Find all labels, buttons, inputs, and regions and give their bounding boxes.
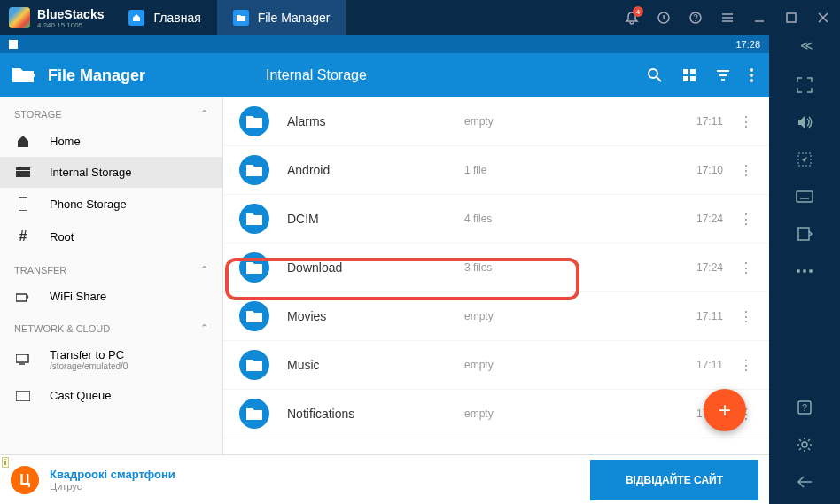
sidebar-item-root[interactable]: # Root xyxy=(0,220,222,253)
ad-subtitle: Цитрус xyxy=(50,481,175,492)
phone-icon xyxy=(14,197,32,211)
app-header-actions xyxy=(647,67,769,83)
status-indicator-icon xyxy=(9,40,18,49)
back-icon[interactable] xyxy=(795,472,814,492)
bluestacks-logo-icon xyxy=(9,7,30,28)
svg-point-9 xyxy=(750,68,753,72)
right-rail: ≪ ? xyxy=(769,35,840,504)
more-vert-icon[interactable]: ⋮ xyxy=(739,211,753,228)
folder-row[interactable]: Notifications empty 17:11 ⋮ xyxy=(223,390,769,438)
app-body: STORAGE ⌃ Home Internal Storage Phone St… xyxy=(0,97,769,469)
svg-rect-3 xyxy=(787,13,796,22)
grid-view-icon[interactable] xyxy=(682,68,696,82)
svg-point-24 xyxy=(809,269,813,273)
sidebar-item-wifi-share[interactable]: WiFi Share xyxy=(0,281,222,312)
android-statusbar: 17:28 xyxy=(0,35,769,53)
help-icon[interactable]: ? xyxy=(688,10,704,26)
folder-info: empty xyxy=(464,310,696,322)
section-storage[interactable]: STORAGE ⌃ xyxy=(0,97,222,125)
folder-list[interactable]: Alarms empty 17:11 ⋮ Android 1 file 17:1… xyxy=(223,97,769,469)
folder-name: Android xyxy=(287,163,464,177)
sidebar-item-label: Internal Storage xyxy=(50,166,132,179)
folder-row[interactable]: Alarms empty 17:11 ⋮ xyxy=(223,97,769,146)
more-vert-icon[interactable]: ⋮ xyxy=(739,357,753,374)
svg-rect-15 xyxy=(19,197,27,211)
close-icon[interactable] xyxy=(815,10,831,26)
folder-info: empty xyxy=(464,359,696,371)
tab-home[interactable]: Главная xyxy=(113,0,216,35)
folder-time: 17:11 xyxy=(696,310,723,322)
svg-point-27 xyxy=(802,442,807,447)
main-area: 17:28 File Manager Internal Storage STOR… xyxy=(0,35,769,504)
more-vert-icon[interactable]: ⋮ xyxy=(739,162,753,179)
ad-banner[interactable]: i Ц Квадроокі смартфони Цитрус ВІДВІДАЙТ… xyxy=(0,454,769,504)
more-vert-icon[interactable]: ⋮ xyxy=(739,113,753,130)
svg-rect-7 xyxy=(683,76,688,81)
sidebar-item-cast-queue[interactable]: Cast Queue xyxy=(0,380,222,411)
help-rail-icon[interactable]: ? xyxy=(795,398,814,417)
bell-icon[interactable] xyxy=(624,10,640,26)
sidebar-item-internal-storage[interactable]: Internal Storage xyxy=(0,157,222,188)
svg-rect-13 xyxy=(16,171,30,174)
keyboard-icon[interactable] xyxy=(795,187,814,206)
sidebar-item-phone-storage[interactable]: Phone Storage xyxy=(0,188,222,220)
search-icon[interactable] xyxy=(647,67,663,83)
tab-file-manager[interactable]: File Manager xyxy=(217,0,346,35)
storage-icon xyxy=(14,167,32,178)
folder-name: Download xyxy=(287,260,464,275)
sidebar-item-label: Cast Queue xyxy=(50,389,111,402)
folder-time: 17:24 xyxy=(696,261,723,274)
folder-name: Notifications xyxy=(287,407,464,421)
folder-name: DCIM xyxy=(287,212,464,226)
clock-icon[interactable] xyxy=(656,10,672,26)
section-label: TRANSFER xyxy=(14,265,66,275)
folder-icon xyxy=(239,252,269,283)
svg-rect-12 xyxy=(16,167,30,170)
ad-badge-icon: i xyxy=(2,457,9,468)
collapse-rail-icon[interactable]: ≪ xyxy=(800,38,810,52)
folder-row[interactable]: DCIM 4 files 17:24 ⋮ xyxy=(223,195,769,244)
chevron-up-icon: ⌃ xyxy=(200,322,208,334)
sidebar-item-transfer-pc[interactable]: Transfer to PC /storage/emulated/0 xyxy=(0,339,222,380)
more-vert-icon[interactable]: ⋮ xyxy=(739,308,753,325)
ad-cta-button[interactable]: ВІДВІДАЙТЕ САЙТ xyxy=(590,460,758,500)
wifi-icon xyxy=(14,291,32,302)
sidebar-item-sublabel: /storage/emulated/0 xyxy=(50,361,128,371)
folder-icon xyxy=(239,399,269,429)
section-network[interactable]: NETWORK & CLOUD ⌃ xyxy=(0,312,222,339)
pc-icon xyxy=(14,354,32,365)
chevron-up-icon: ⌃ xyxy=(200,108,208,120)
folder-row[interactable]: Android 1 file 17:10 ⋮ xyxy=(223,146,769,195)
fab-add-button[interactable]: + xyxy=(704,389,746,431)
folder-tab-icon xyxy=(233,10,249,26)
maximize-icon[interactable] xyxy=(783,10,799,26)
svg-text:?: ? xyxy=(693,13,698,23)
folder-row[interactable]: Music empty 17:11 ⋮ xyxy=(223,341,769,390)
sidebar-item-home[interactable]: Home xyxy=(0,125,222,157)
filter-icon[interactable] xyxy=(716,68,730,82)
hamburger-icon[interactable] xyxy=(719,10,735,26)
folder-name: Music xyxy=(287,358,464,372)
more-vert-icon[interactable] xyxy=(750,68,753,82)
section-transfer[interactable]: TRANSFER ⌃ xyxy=(0,253,222,281)
folder-row[interactable]: Download 3 files 17:24 ⋮ xyxy=(223,244,769,292)
gear-icon[interactable] xyxy=(795,435,814,454)
svg-point-22 xyxy=(797,269,800,273)
folder-open-icon xyxy=(12,66,35,84)
folder-row[interactable]: Movies empty 17:11 ⋮ xyxy=(223,292,769,341)
volume-icon[interactable] xyxy=(795,112,814,132)
sidebar-item-label: Phone Storage xyxy=(50,198,127,211)
minimize-icon[interactable] xyxy=(751,10,767,26)
home-tab-icon xyxy=(128,10,144,26)
chevron-up-icon: ⌃ xyxy=(200,264,208,275)
fullscreen-icon[interactable] xyxy=(795,75,814,95)
more-vert-icon[interactable]: ⋮ xyxy=(739,260,753,276)
more-horiz-icon[interactable] xyxy=(795,261,814,281)
section-label: STORAGE xyxy=(14,109,62,120)
ad-title: Квадроокі смартфони xyxy=(50,468,175,481)
location-icon[interactable] xyxy=(795,150,814,169)
section-label: NETWORK & CLOUD xyxy=(14,323,110,334)
install-apk-icon[interactable] xyxy=(795,224,814,244)
sidebar-item-label: WiFi Share xyxy=(50,290,106,303)
sidebar: STORAGE ⌃ Home Internal Storage Phone St… xyxy=(0,97,223,469)
